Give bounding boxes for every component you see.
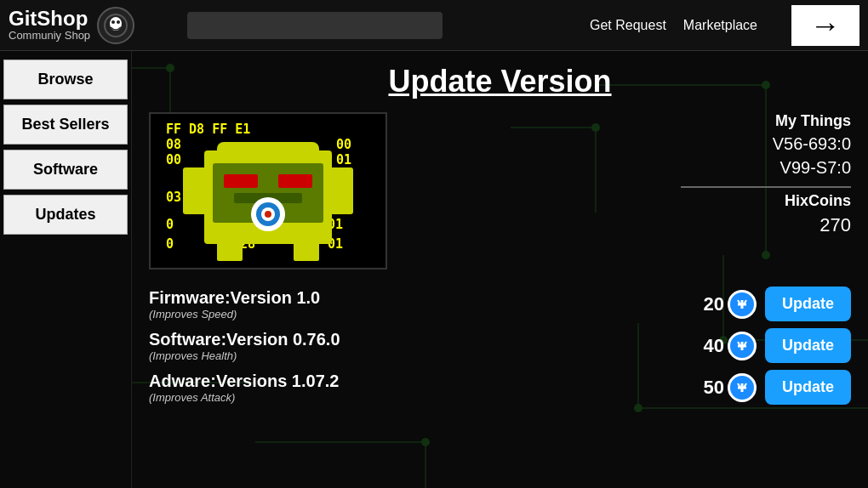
sidebar: Browse Best Sellers Software Updates	[0, 51, 132, 488]
search-input[interactable]	[187, 12, 443, 39]
cost-number-2: 50	[704, 377, 724, 399]
svg-text:01: 01	[336, 152, 351, 167]
update-cost-2: 50	[704, 373, 757, 402]
updates-list: Firmware:Version 1.0 (Improves Speed) 20	[149, 287, 851, 405]
svg-text:0: 0	[166, 217, 174, 232]
update-title-1: Software:Version 0.76.0	[149, 330, 695, 349]
header: GitShop Communiy Shop Get Request Market…	[0, 0, 868, 51]
update-title-0: Firmware:Version 1.0	[149, 288, 695, 308]
update-button-2[interactable]: Update	[765, 370, 851, 405]
svg-rect-59	[329, 167, 353, 214]
update-info-0: Firmware:Version 1.0 (Improves Speed)	[149, 288, 695, 321]
update-info-2: Adware:Versions 1.07.2 (Improves Attack)	[149, 372, 695, 404]
svg-rect-49	[224, 174, 258, 188]
hix-icon-2	[728, 373, 757, 402]
content-area: FF D8 FF E1 08 00 00 01 03 00 0 00 A0 01…	[149, 112, 851, 270]
update-item-2: Adware:Versions 1.07.2 (Improves Attack)…	[149, 370, 851, 405]
sidebar-item-updates[interactable]: Updates	[3, 195, 128, 235]
svg-rect-50	[278, 174, 312, 188]
svg-rect-57	[294, 242, 319, 261]
header-nav: Get Request Marketplace →	[590, 5, 859, 46]
sidebar-item-best-sellers[interactable]: Best Sellers	[3, 105, 128, 145]
update-item-0: Firmware:Version 1.0 (Improves Speed) 20	[149, 287, 851, 321]
hix-icon-1	[728, 332, 757, 360]
my-things-item-1: V99-S7:0	[681, 158, 851, 178]
svg-point-30	[111, 20, 115, 24]
robot-display: FF D8 FF E1 08 00 00 01 03 00 0 00 A0 01…	[149, 112, 387, 270]
cost-number-0: 20	[704, 293, 724, 315]
svg-text:08: 08	[166, 137, 181, 152]
svg-text:00: 00	[336, 137, 351, 152]
update-cost-1: 40	[704, 332, 757, 360]
svg-text:03: 03	[166, 190, 181, 205]
my-things-title: My Things	[681, 112, 851, 130]
update-title-2: Adware:Versions 1.07.2	[149, 372, 695, 391]
sidebar-item-software[interactable]: Software	[3, 150, 128, 190]
right-panel: My Things V56-693:0 V99-S7:0 HixCoins 27…	[681, 112, 851, 270]
svg-rect-56	[217, 242, 243, 261]
logo-subtitle: Communiy Shop	[9, 29, 90, 42]
forward-button[interactable]: →	[791, 5, 859, 46]
svg-text:FF D8 FF E1: FF D8 FF E1	[166, 122, 250, 137]
main-content: Update Version FF D8 FF E1 08 00 00 01 0…	[132, 51, 868, 488]
update-subtitle-1: (Improves Health)	[149, 349, 695, 362]
logo-area: GitShop Communiy Shop	[9, 7, 179, 44]
hix-icon-0	[728, 290, 757, 319]
page-title: Update Version	[149, 64, 851, 99]
update-info-1: Software:Version 0.76.0 (Improves Health…	[149, 330, 695, 362]
my-things-item-0: V56-693:0	[681, 134, 851, 154]
svg-point-31	[117, 20, 120, 24]
update-button-1[interactable]: Update	[765, 328, 851, 363]
update-subtitle-0: (Improves Speed)	[149, 308, 695, 321]
svg-rect-58	[183, 167, 207, 214]
svg-text:0: 0	[166, 236, 174, 252]
arrow-icon: →	[810, 10, 841, 41]
logo-icon	[97, 7, 134, 44]
update-subtitle-2: (Improves Attack)	[149, 391, 695, 404]
get-request-nav[interactable]: Get Request	[590, 18, 666, 33]
svg-text:00: 00	[166, 152, 181, 167]
logo-title: GitShop	[9, 9, 90, 29]
update-button-0[interactable]: Update	[765, 287, 851, 321]
logo-text: GitShop Communiy Shop	[9, 9, 90, 42]
sidebar-item-browse[interactable]: Browse	[3, 60, 128, 99]
hixcoins-value: 270	[681, 214, 851, 236]
cost-number-1: 40	[704, 335, 724, 357]
update-cost-0: 20	[704, 290, 757, 319]
update-item-1: Software:Version 0.76.0 (Improves Health…	[149, 328, 851, 363]
svg-point-55	[265, 211, 271, 218]
marketplace-nav[interactable]: Marketplace	[683, 18, 757, 33]
body: Browse Best Sellers Software Updates Upd…	[0, 51, 868, 488]
hixcoins-label: HixCoins	[681, 186, 851, 210]
